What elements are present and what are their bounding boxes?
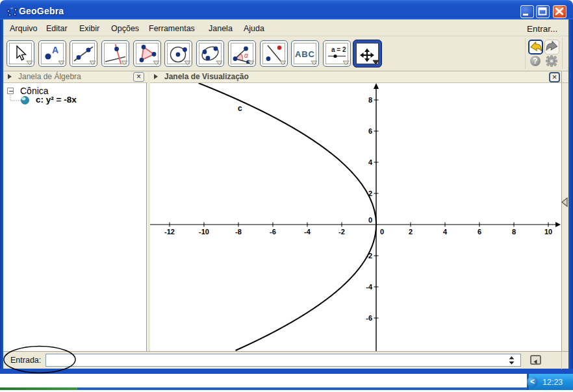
svg-text:-10: -10 — [199, 228, 209, 236]
svg-text:A: A — [52, 45, 58, 55]
svg-text:0: 0 — [380, 228, 384, 236]
svg-text:-8: -8 — [235, 228, 242, 236]
svg-text:-4: -4 — [366, 283, 373, 291]
svg-text:10: 10 — [544, 228, 552, 236]
svg-text:4: 4 — [443, 228, 448, 236]
svg-text:6: 6 — [368, 127, 372, 135]
svg-text:2: 2 — [409, 228, 413, 236]
svg-text:α: α — [244, 52, 248, 59]
svg-text:8: 8 — [512, 228, 516, 236]
svg-text:4: 4 — [368, 158, 373, 166]
svg-text:c: c — [238, 104, 242, 113]
svg-text:-2: -2 — [338, 228, 345, 236]
svg-text:-6: -6 — [270, 228, 276, 236]
svg-text:0: 0 — [368, 216, 372, 224]
svg-text:6: 6 — [478, 228, 481, 236]
svg-text:a = 2: a = 2 — [331, 46, 346, 53]
svg-text:-6: -6 — [366, 314, 372, 322]
svg-text:ABC: ABC — [295, 49, 315, 59]
svg-text:-12: -12 — [164, 228, 175, 236]
svg-text:8: 8 — [368, 96, 372, 104]
svg-text:-4: -4 — [304, 228, 311, 236]
